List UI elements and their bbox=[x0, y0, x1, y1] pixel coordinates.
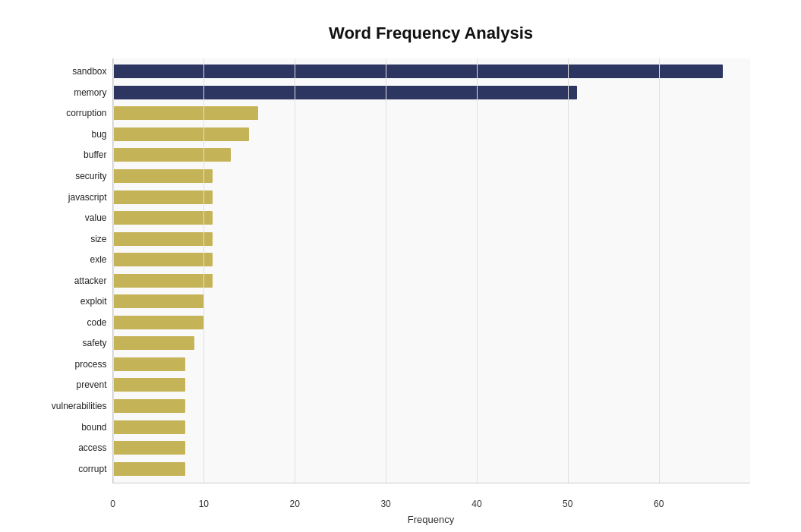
bar bbox=[113, 127, 250, 141]
x-axis-tick-label: 40 bbox=[471, 499, 481, 509]
bar-label: access bbox=[30, 442, 113, 453]
bar-row: bug bbox=[113, 126, 750, 143]
bar-row: value bbox=[113, 209, 750, 226]
grid-line bbox=[477, 58, 478, 483]
grid-line bbox=[113, 58, 114, 483]
grid-line bbox=[386, 58, 386, 483]
x-axis-tick-label: 50 bbox=[563, 499, 572, 509]
bar bbox=[113, 462, 186, 476]
bar-row: process bbox=[113, 356, 750, 373]
bar bbox=[113, 420, 186, 434]
bar-row: buffer bbox=[113, 146, 750, 163]
bar-row: corruption bbox=[113, 105, 750, 121]
bar-label: value bbox=[30, 212, 113, 223]
x-axis-tick-label: 0 bbox=[110, 499, 115, 509]
bar-row: javascript bbox=[113, 189, 750, 206]
bars-wrapper: sandboxmemorycorruptionbugbuffersecurity… bbox=[113, 58, 750, 483]
bar bbox=[113, 378, 186, 392]
bar-row: prevent bbox=[113, 376, 750, 393]
bar-row: size bbox=[113, 231, 750, 247]
bar-label: corrupt bbox=[30, 464, 113, 474]
grid-line bbox=[568, 58, 569, 483]
bar bbox=[113, 169, 213, 183]
bar-label: size bbox=[30, 234, 113, 244]
x-axis-tick-label: 10 bbox=[199, 499, 209, 509]
bar-row: exploit bbox=[113, 293, 750, 310]
bar-row: sandbox bbox=[113, 63, 750, 80]
bar-label: memory bbox=[30, 87, 113, 98]
bar bbox=[113, 106, 259, 120]
grid-line bbox=[295, 58, 295, 483]
bar-row: code bbox=[113, 314, 750, 331]
chart-title: Word Frequency Analysis bbox=[112, 24, 750, 43]
bar-label: bound bbox=[30, 422, 113, 433]
bar-label: exploit bbox=[30, 296, 113, 307]
bar-label: exle bbox=[30, 254, 113, 265]
bar-label: prevent bbox=[30, 379, 113, 390]
bar-row: exle bbox=[113, 251, 750, 268]
bar-label: sandbox bbox=[30, 66, 113, 77]
bar bbox=[113, 86, 577, 99]
x-axis-tick-label: 20 bbox=[290, 499, 300, 509]
bar bbox=[113, 274, 213, 288]
bar bbox=[113, 294, 204, 308]
bar-label: buffer bbox=[30, 150, 113, 160]
bar-row: corrupt bbox=[113, 461, 750, 477]
bar-label: javascript bbox=[30, 192, 113, 203]
bar-label: code bbox=[30, 317, 113, 328]
bar bbox=[113, 190, 213, 204]
bar-label: security bbox=[30, 171, 113, 181]
chart-container: Word Frequency Analysis sandboxmemorycor… bbox=[21, 8, 781, 524]
bar-label: process bbox=[30, 359, 113, 370]
bar-row: attacker bbox=[113, 272, 750, 289]
bar bbox=[113, 399, 186, 413]
x-axis-tick-label: 30 bbox=[380, 499, 390, 509]
bar-row: bound bbox=[113, 419, 750, 436]
bar-row: memory bbox=[113, 84, 750, 101]
chart-area: sandboxmemorycorruptionbugbuffersecurity… bbox=[112, 58, 750, 483]
x-axis-title: Frequency bbox=[112, 514, 750, 525]
grid-line bbox=[203, 58, 204, 483]
grid-line bbox=[659, 58, 660, 483]
x-axis-tick-label: 60 bbox=[654, 499, 664, 509]
bar bbox=[113, 253, 213, 266]
bar bbox=[113, 336, 195, 350]
bar-label: corruption bbox=[30, 108, 113, 118]
bar-label: safety bbox=[30, 338, 113, 348]
bar bbox=[113, 357, 186, 371]
bar-row: security bbox=[113, 168, 750, 184]
bar-row: vulnerabilities bbox=[113, 398, 750, 414]
bar-label: vulnerabilities bbox=[30, 401, 113, 411]
bar-row: safety bbox=[113, 335, 750, 351]
bar-row: access bbox=[113, 439, 750, 456]
bar bbox=[113, 232, 213, 246]
bar bbox=[113, 316, 204, 329]
bar-label: bug bbox=[30, 129, 113, 140]
bar bbox=[113, 441, 186, 455]
bar-label: attacker bbox=[30, 275, 113, 286]
bar bbox=[113, 211, 213, 225]
bar bbox=[113, 148, 232, 162]
